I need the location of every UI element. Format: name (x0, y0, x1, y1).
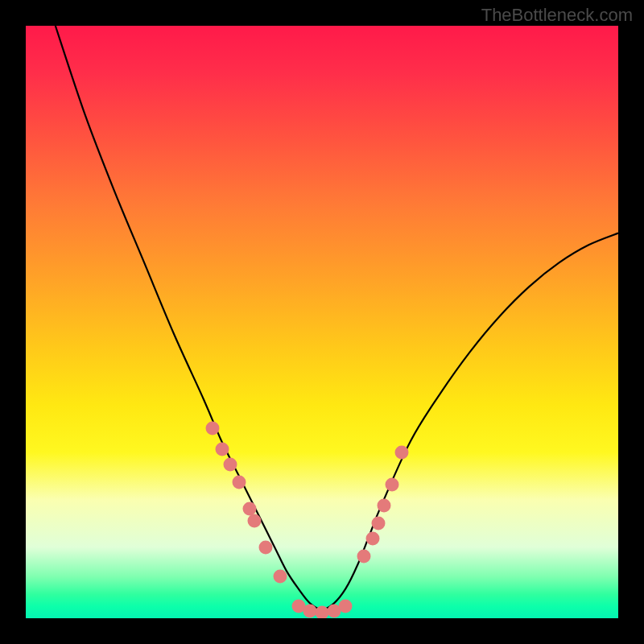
chart-plot-area (26, 26, 618, 618)
scatter-point (365, 531, 379, 545)
scatter-point (232, 475, 246, 489)
scatter-point (385, 478, 398, 492)
scatter-point (216, 443, 229, 456)
scatter-point (274, 570, 287, 584)
scatter-point (248, 514, 262, 527)
scatter-point (339, 600, 353, 613)
chart-svg (26, 26, 618, 618)
scatter-point (371, 517, 385, 530)
scatter-point (395, 445, 409, 459)
scatter-point (205, 422, 219, 436)
scatter-point (259, 540, 273, 554)
watermark-text: TheBottleneck.com (481, 5, 633, 26)
scatter-point (223, 457, 237, 471)
scatter-point (378, 499, 391, 513)
scatter-point (357, 549, 370, 563)
bottleneck-curve (56, 26, 618, 609)
